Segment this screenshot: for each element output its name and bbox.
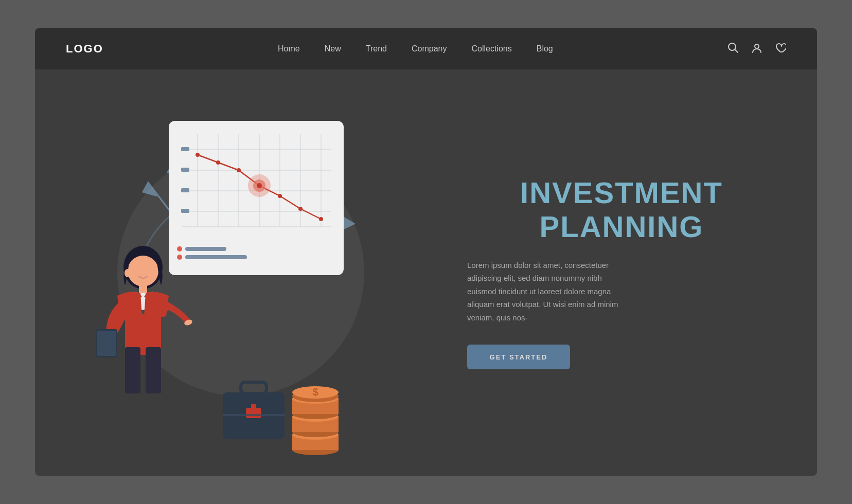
nav-links: Home New Trend Company Collections Blog (278, 44, 553, 53)
chart-grid (177, 129, 335, 242)
heart-icon[interactable] (775, 42, 786, 56)
svg-point-33 (196, 153, 200, 157)
navbar: LOGO Home New Trend Company Collections … (35, 28, 817, 69)
main-content: $ INVESTMENT PLANNING Lorem ipsum dolor … (35, 69, 817, 476)
nav-company[interactable]: Company (412, 44, 447, 53)
nav-collections[interactable]: Collections (471, 44, 511, 53)
hero-description: Lorem ipsum dolor sit amet, consectetuer… (467, 259, 632, 325)
legend-item-1 (177, 246, 335, 251)
svg-line-1 (735, 49, 738, 52)
briefcase (218, 378, 290, 445)
svg-point-41 (257, 183, 262, 188)
coins-stack: $ (285, 378, 346, 455)
svg-point-38 (319, 217, 323, 221)
svg-point-43 (128, 256, 158, 286)
svg-text:$: $ (312, 386, 318, 398)
svg-point-34 (216, 160, 220, 165)
svg-rect-45 (139, 284, 147, 294)
nav-blog[interactable]: Blog (537, 44, 553, 53)
svg-rect-55 (251, 404, 256, 410)
svg-rect-50 (97, 331, 116, 356)
cta-button[interactable]: GET STARTED (467, 345, 570, 369)
svg-point-36 (278, 194, 282, 198)
svg-point-2 (755, 44, 759, 48)
nav-icons (727, 42, 786, 56)
hero-title: INVESTMENT PLANNING (467, 176, 776, 244)
logo: LOGO (66, 42, 103, 56)
svg-rect-32 (181, 209, 189, 213)
illustration-area: $ (35, 69, 447, 476)
svg-point-37 (298, 207, 303, 211)
svg-rect-48 (146, 347, 161, 393)
svg-rect-29 (181, 147, 189, 151)
svg-rect-52 (241, 382, 267, 393)
chart-legend (177, 246, 335, 260)
nav-home[interactable]: Home (278, 44, 300, 53)
text-area: INVESTMENT PLANNING Lorem ipsum dolor si… (447, 69, 817, 476)
person-figure (86, 234, 200, 450)
svg-rect-31 (181, 188, 189, 192)
svg-rect-30 (181, 168, 189, 172)
nav-new[interactable]: New (325, 44, 341, 53)
page-wrapper: LOGO Home New Trend Company Collections … (35, 28, 817, 476)
svg-point-44 (125, 269, 131, 277)
user-icon[interactable] (751, 42, 762, 56)
svg-point-35 (237, 168, 241, 172)
search-icon[interactable] (727, 42, 739, 56)
legend-item-2 (177, 255, 335, 260)
svg-rect-47 (125, 347, 140, 393)
nav-trend[interactable]: Trend (366, 44, 387, 53)
